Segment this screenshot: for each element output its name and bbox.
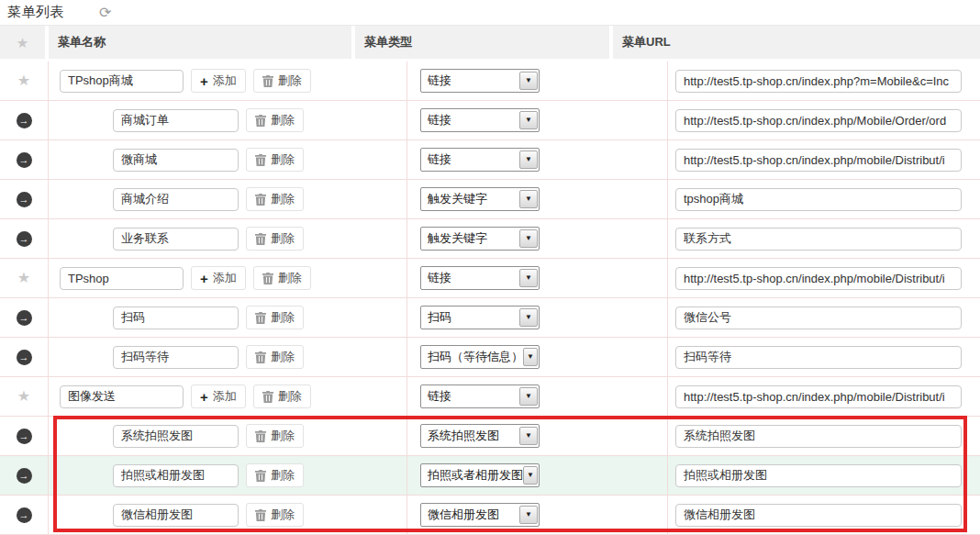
menu-type-select[interactable]: 触发关键字 ▼ [420, 187, 540, 211]
menu-url-input[interactable] [675, 425, 962, 448]
menu-list-page: 菜单列表 ⟳ ★ 菜单名称 菜单类型 菜单URL ★ → +添加 删除 [0, 0, 980, 535]
delete-button[interactable]: 删除 [246, 227, 304, 251]
menu-url-cell [668, 338, 980, 376]
row-level-cell: ★ → [0, 140, 49, 179]
header-menu-url: 菜单URL [613, 26, 980, 59]
menu-type-select[interactable]: 链接 ▼ [420, 385, 540, 408]
menu-url-input[interactable] [675, 346, 962, 369]
menu-type-cell: 链接 ▼ [407, 61, 668, 100]
menu-url-input[interactable] [675, 464, 962, 487]
menu-name-input[interactable] [60, 385, 184, 408]
delete-button[interactable]: 删除 [246, 345, 304, 369]
menu-name-input[interactable] [60, 267, 184, 290]
menu-type-value: 拍照或者相册发图 [422, 467, 523, 484]
dropdown-arrow-icon[interactable]: ▼ [519, 387, 538, 406]
delete-button[interactable]: 删除 [253, 69, 311, 93]
menu-type-select[interactable]: 链接 ▼ [420, 108, 540, 132]
table-row: ★ → +添加 删除 链接 ▼ [0, 140, 980, 180]
menu-name-cell: +添加 删除 [49, 180, 407, 218]
menu-name-input[interactable] [113, 149, 239, 172]
menu-type-select[interactable]: 触发关键字 ▼ [420, 227, 540, 251]
menu-url-input[interactable] [675, 70, 962, 93]
delete-button[interactable]: 删除 [246, 306, 304, 329]
menu-url-input[interactable] [675, 267, 962, 290]
menu-name-input[interactable] [113, 109, 239, 132]
menu-url-input[interactable] [675, 385, 962, 408]
refresh-icon[interactable]: ⟳ [99, 6, 111, 20]
dropdown-arrow-icon[interactable]: ▼ [519, 427, 538, 445]
menu-type-value: 链接 [422, 151, 451, 168]
delete-button[interactable]: 删除 [246, 187, 304, 211]
dropdown-arrow-icon[interactable]: ▼ [519, 229, 538, 248]
menu-type-select[interactable]: 链接 ▼ [420, 266, 540, 290]
menu-name-input[interactable] [113, 346, 239, 369]
menu-type-select[interactable]: 微信相册发图 ▼ [420, 503, 540, 527]
menu-type-select[interactable]: 扫码 ▼ [420, 306, 540, 329]
dropdown-arrow-icon[interactable]: ▼ [519, 190, 538, 208]
menu-url-cell [668, 180, 980, 218]
delete-button[interactable]: 删除 [246, 108, 304, 132]
menu-url-input[interactable] [675, 149, 962, 172]
table-row: ★ → +添加 删除 链接 ▼ [0, 377, 980, 417]
trash-icon [262, 391, 273, 403]
sub-arrow-icon: → [17, 113, 32, 128]
delete-button[interactable]: 删除 [246, 148, 304, 172]
dropdown-arrow-icon[interactable]: ▼ [519, 150, 538, 169]
table-row: ★ → +添加 删除 拍照或者相册发图 ▼ [0, 456, 980, 496]
add-button[interactable]: +添加 [191, 266, 246, 290]
menu-url-cell [668, 140, 980, 179]
menu-type-cell: 触发关键字 ▼ [407, 219, 668, 258]
sub-arrow-icon: → [17, 231, 32, 247]
delete-button[interactable]: 删除 [246, 503, 304, 527]
menu-url-input[interactable] [675, 109, 962, 132]
delete-button[interactable]: 删除 [253, 385, 311, 408]
menu-type-select[interactable]: 系统拍照发图 ▼ [420, 424, 540, 448]
row-level-cell: ★ → [0, 377, 49, 416]
menu-name-cell: +添加 删除 [49, 456, 407, 495]
row-level-cell: ★ → [0, 496, 49, 534]
menu-url-input[interactable] [675, 188, 962, 211]
dropdown-arrow-icon[interactable]: ▼ [523, 348, 538, 366]
delete-button[interactable]: 删除 [246, 424, 304, 448]
dropdown-arrow-icon[interactable]: ▼ [523, 466, 538, 485]
menu-name-input[interactable] [113, 307, 239, 329]
menu-type-select[interactable]: 拍照或者相册发图 ▼ [420, 463, 540, 487]
dropdown-arrow-icon[interactable]: ▼ [519, 269, 538, 287]
row-level-cell: ★ → [0, 61, 49, 100]
dropdown-arrow-icon[interactable]: ▼ [519, 72, 538, 90]
add-button[interactable]: +添加 [191, 385, 246, 408]
menu-type-cell: 链接 ▼ [407, 259, 668, 297]
table-row: ★ → +添加 删除 系统拍照发图 ▼ [0, 417, 980, 456]
menu-url-cell [668, 496, 980, 534]
star-icon: ★ [17, 389, 30, 404]
menu-url-input[interactable] [675, 228, 962, 251]
add-button[interactable]: +添加 [191, 69, 246, 93]
menu-name-input[interactable] [60, 70, 184, 93]
delete-button[interactable]: 删除 [246, 463, 304, 487]
trash-icon [262, 273, 273, 284]
trash-icon [255, 194, 266, 206]
dropdown-arrow-icon[interactable]: ▼ [519, 308, 538, 327]
dropdown-arrow-icon[interactable]: ▼ [519, 506, 538, 524]
menu-url-input[interactable] [675, 307, 962, 329]
menu-name-input[interactable] [113, 464, 239, 487]
delete-button[interactable]: 删除 [253, 266, 311, 290]
row-level-cell: ★ → [0, 456, 49, 495]
menu-name-input[interactable] [113, 228, 239, 251]
menu-type-cell: 拍照或者相册发图 ▼ [407, 456, 668, 495]
menu-name-input[interactable] [113, 425, 239, 448]
menu-name-cell: +添加 删除 [49, 338, 407, 376]
dropdown-arrow-icon[interactable]: ▼ [519, 111, 538, 129]
menu-type-select[interactable]: 链接 ▼ [420, 148, 540, 172]
trash-icon [255, 312, 266, 324]
menu-url-input[interactable] [675, 504, 962, 527]
menu-name-input[interactable] [113, 504, 239, 527]
table-row: ★ → +添加 删除 触发关键字 ▼ [0, 180, 980, 219]
row-level-cell: ★ → [0, 417, 49, 455]
menu-type-select[interactable]: 扫码（等待信息） ▼ [420, 345, 540, 369]
menu-url-cell [668, 417, 980, 455]
menu-type-value: 扫码 [422, 309, 451, 326]
menu-type-value: 系统拍照发图 [422, 428, 499, 444]
menu-type-select[interactable]: 链接 ▼ [420, 69, 540, 93]
menu-name-input[interactable] [113, 188, 239, 211]
